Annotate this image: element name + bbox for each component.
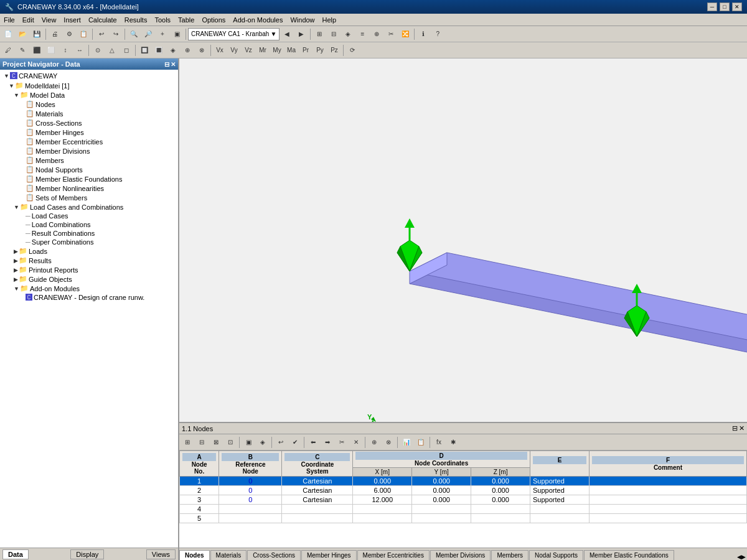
expand-guide[interactable]: ▶ (14, 276, 18, 282)
bt-btn-12[interactable]: ✕ (349, 436, 363, 449)
tb-btn-14[interactable]: 🔀 (398, 27, 412, 41)
tb2-btn-20[interactable]: Ma (284, 44, 298, 57)
menu-addon[interactable]: Add-on Modules (229, 15, 286, 25)
tb2-btn-11[interactable]: 🔳 (152, 44, 166, 57)
tb2-btn-24[interactable]: ⟳ (345, 44, 359, 57)
tb2-btn-2[interactable]: ✎ (16, 44, 29, 57)
tb2-btn-5[interactable]: ↕ (59, 44, 72, 57)
tb-btn-9[interactable]: ⊟ (327, 27, 341, 41)
bt-btn-8[interactable]: ✔ (288, 436, 302, 449)
tab-member-divisions[interactable]: Member Divisions (430, 550, 491, 560)
tb2-btn-12[interactable]: ◈ (166, 44, 180, 57)
panel-tab-data[interactable]: Data (2, 549, 29, 559)
bt-btn-16[interactable]: 📋 (414, 436, 428, 449)
table-row[interactable]: 4 (180, 505, 747, 514)
tb2-btn-4[interactable]: ⬜ (44, 44, 58, 57)
tb2-btn-18[interactable]: Mr (256, 44, 270, 57)
print-button[interactable]: 🖨 (48, 27, 62, 41)
tb-btn-16[interactable]: ? (431, 27, 444, 41)
expand-addon[interactable]: ▼ (14, 286, 19, 292)
bt-btn-2[interactable]: ⊟ (195, 436, 209, 449)
menu-insert[interactable]: Insert (60, 15, 85, 25)
tb-btn-4[interactable]: 🔍 (127, 27, 141, 41)
tb-btn-15[interactable]: ℹ (416, 27, 430, 41)
tb2-btn-14[interactable]: ⊗ (195, 44, 209, 57)
tb2-btn-8[interactable]: △ (105, 44, 119, 57)
table-row[interactable]: 5 (180, 514, 747, 523)
menu-view[interactable]: View (38, 15, 60, 25)
tree-nodes[interactable]: 📋 Nodes (1, 100, 177, 109)
tb2-btn-9[interactable]: ◻ (120, 44, 133, 57)
bt-btn-7[interactable]: ↩ (274, 436, 288, 449)
tree-addon-modules[interactable]: ▼ 📁 Add-on Modules (1, 284, 177, 293)
tree-materials[interactable]: 📋 Materials (1, 109, 177, 118)
tb-btn-11[interactable]: ≡ (355, 27, 369, 41)
bt-btn-18[interactable]: ✱ (446, 436, 460, 449)
tab-nav-left[interactable]: ◀ (737, 554, 741, 560)
model-dropdown[interactable]: CRANEWAY CA1 - Kranbah ▼ (188, 28, 280, 40)
tb-btn-3[interactable]: 📋 (77, 27, 90, 41)
expand-printout[interactable]: ▶ (14, 267, 18, 273)
tb-btn-8[interactable]: ⊞ (312, 27, 326, 41)
bt-btn-15[interactable]: 📊 (400, 436, 413, 449)
tb2-btn-1[interactable]: 🖊 (1, 44, 15, 57)
bottom-float-btn[interactable]: ⊟ (732, 424, 738, 432)
table-row[interactable]: 1 0 Cartesian 0.000 0.000 0.000 Supporte… (180, 477, 747, 486)
tree-modelldatei[interactable]: ▼ 📁 Modelldatei [1] (1, 81, 177, 90)
menu-help[interactable]: Help (319, 15, 341, 25)
tree-cross-sections[interactable]: 📋 Cross-Sections (1, 118, 177, 128)
tab-materials[interactable]: Materials (210, 550, 247, 560)
tb-btn-13[interactable]: ✂ (384, 27, 398, 41)
undo-button[interactable]: ↩ (95, 27, 108, 41)
viewport-3d[interactable]: Y X Z (179, 58, 747, 423)
tab-member-elastic-foundations[interactable]: Member Elastic Foundations (584, 550, 674, 560)
bt-btn-17[interactable]: fx (432, 436, 446, 449)
open-button[interactable]: 📂 (16, 27, 29, 41)
tb2-btn-23[interactable]: Pz (327, 44, 341, 57)
menu-file[interactable]: File (0, 15, 19, 25)
tab-nodal-supports[interactable]: Nodal Supports (529, 550, 583, 560)
bt-btn-13[interactable]: ⊕ (367, 436, 381, 449)
new-button[interactable]: 📄 (1, 27, 15, 41)
bt-btn-3[interactable]: ⊠ (209, 436, 223, 449)
nav-forward[interactable]: ▶ (294, 27, 308, 41)
menu-results[interactable]: Results (121, 15, 151, 25)
tree-load-cases[interactable]: ─ Load Cases (1, 212, 177, 220)
panel-tab-display[interactable]: Display (70, 549, 104, 559)
tb2-btn-13[interactable]: ⊕ (181, 44, 194, 57)
panel-float-button[interactable]: ⊟ (164, 61, 169, 68)
tb-btn-7[interactable]: ▣ (170, 27, 184, 41)
redo-button[interactable]: ↪ (109, 27, 123, 41)
tab-cross-sections[interactable]: Cross-Sections (247, 550, 301, 560)
tb2-btn-16[interactable]: Vy (227, 44, 241, 57)
tree-super-combinations[interactable]: ─ Super Combinations (1, 238, 177, 246)
tab-member-eccentricities[interactable]: Member Eccentricities (357, 550, 430, 560)
menu-table[interactable]: Table (174, 15, 198, 25)
tb-btn-2[interactable]: ⚙ (62, 27, 76, 41)
tb2-btn-17[interactable]: Vz (242, 44, 255, 57)
tree-craneway[interactable]: ▼ 🅲 CRANEWAY (1, 71, 177, 81)
tree-members[interactable]: 📋 Members (1, 156, 177, 165)
menu-options[interactable]: Options (198, 15, 229, 25)
close-button[interactable]: ✕ (732, 2, 742, 11)
tb-btn-10[interactable]: ◈ (341, 27, 355, 41)
bt-btn-5[interactable]: ▣ (242, 436, 255, 449)
bt-btn-4[interactable]: ⊡ (223, 436, 237, 449)
table-row[interactable]: 2 0 Cartesian 6.000 0.000 0.000 Supporte… (180, 486, 747, 495)
tree-guide-objects[interactable]: ▶ 📁 Guide Objects (1, 274, 177, 284)
bt-btn-9[interactable]: ⬅ (306, 436, 320, 449)
save-button[interactable]: 💾 (30, 27, 44, 41)
tb2-btn-7[interactable]: ⊙ (91, 44, 105, 57)
bt-btn-1[interactable]: ⊞ (181, 436, 194, 449)
menu-window[interactable]: Window (286, 15, 318, 25)
tree-modeldata[interactable]: ▼ 📁 Model Data (1, 90, 177, 100)
bottom-close-btn[interactable]: ✕ (739, 424, 745, 432)
tb2-btn-22[interactable]: Py (313, 44, 327, 57)
tree-printout-reports[interactable]: ▶ 📁 Printout Reports (1, 265, 177, 274)
tab-nav-right[interactable]: ▶ (741, 554, 746, 560)
expand-modelldatei[interactable]: ▼ (9, 83, 14, 89)
maximize-button[interactable]: □ (720, 2, 730, 11)
bt-btn-6[interactable]: ◈ (256, 436, 270, 449)
expand-modeldata[interactable]: ▼ (14, 92, 19, 98)
expand-loads[interactable]: ▶ (14, 248, 18, 254)
